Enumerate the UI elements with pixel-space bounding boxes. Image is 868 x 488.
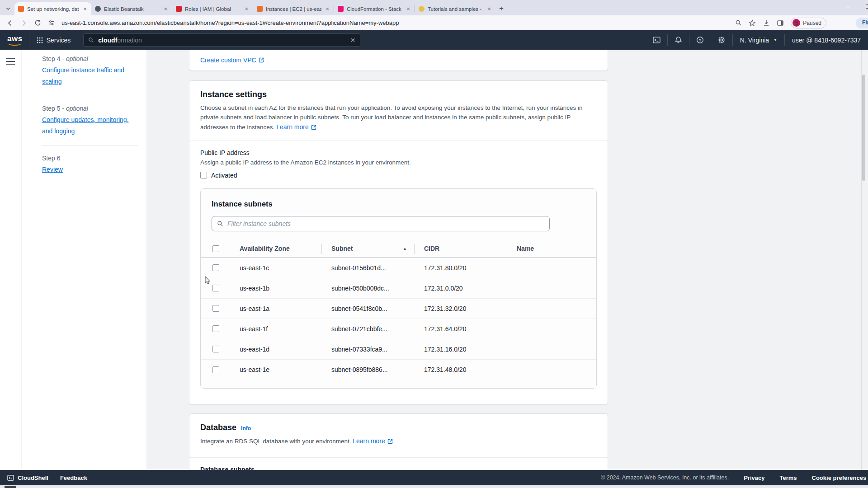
activated-checkbox[interactable] [200,172,207,178]
search-icon [217,221,223,227]
subnet-cell: subnet-0895fb886... [321,366,414,373]
table-row[interactable]: us-east-1esubnet-0895fb886...172.31.48.0… [201,360,596,380]
footer-link[interactable]: Cookie preferences [812,474,867,481]
subnet-cell: subnet-0156b01d... [321,264,414,272]
services-menu[interactable]: Services [29,37,78,44]
bottom-strip [0,485,868,488]
learn-more-link[interactable]: Learn more [353,436,393,446]
step-label: Step 6 [42,155,140,162]
browser-tab[interactable]: Tutorials and samples - AWS E× [415,2,495,15]
table-row[interactable]: us-east-1asubnet-0541f8c0b...172.31.32.0… [201,299,596,319]
tab-close-icon[interactable]: × [325,5,330,12]
table-row[interactable]: us-east-1dsubnet-07333fca9...172.31.16.0… [201,339,596,360]
window-maximize-button[interactable] [866,4,868,9]
table-row[interactable]: us-east-1fsubnet-0721cbbfe...172.31.64.0… [201,319,596,339]
download-icon[interactable] [763,19,770,27]
side-panel-icon[interactable] [777,19,784,27]
new-tab-button[interactable]: + [499,4,504,13]
sidebar-step-link[interactable]: Configure updates, monitoring, and loggi… [42,114,134,137]
column-header[interactable]: Name [507,240,596,258]
row-checkbox[interactable] [212,325,219,332]
svg-text:?: ? [699,38,702,42]
tab-close-icon[interactable]: × [82,5,88,12]
sort-ascending-icon[interactable]: ▲ [403,246,407,251]
database-info-link[interactable]: Info [241,425,251,432]
row-checkbox[interactable] [212,285,219,291]
learn-more-link[interactable]: Learn more [276,122,316,132]
row-checkbox[interactable] [212,366,219,373]
account-menu[interactable]: user @ 8418-6092-7337 [785,37,868,44]
region-label: N. Virginia [740,37,769,44]
docs-favicon-icon [419,6,425,12]
tab-close-icon[interactable]: × [244,5,249,12]
external-link-icon [311,125,316,130]
footer-link[interactable]: Privacy [744,474,764,481]
tab-close-icon[interactable]: × [486,5,492,12]
feedback-button[interactable]: Feedback [60,474,87,481]
filter-subnets-input[interactable]: Filter instance subnets [212,216,550,231]
help-icon[interactable]: ? [689,36,711,44]
az-cell: us-east-1a [230,305,321,312]
site-info-icon[interactable] [48,19,55,26]
row-checkbox[interactable] [212,305,219,312]
forward-icon[interactable] [20,19,28,27]
cloudshell-button[interactable]: CloudShell [7,474,48,481]
table-row[interactable]: us-east-1bsubnet-050b008dc...172.31.0.0/… [201,278,596,299]
aws-logo[interactable]: aws [7,34,23,46]
instance-settings-description: Choose a subnet in each AZ for the insta… [200,103,597,132]
browser-tab[interactable]: CloudFormation - Stack awseb× [334,2,415,15]
region-selector[interactable]: N. Virginia ▼ [733,37,784,44]
column-header[interactable]: Availability Zone [230,240,321,258]
column-header[interactable]: CIDR [414,240,507,258]
console-search-input[interactable]: cloudformation ✕ [83,33,360,47]
cloudshell-icon[interactable] [646,36,667,44]
browser-tab[interactable]: Elastic Beanstalk× [91,2,172,15]
sidebar-step-link[interactable]: Configure instance traffic and scaling [42,65,134,87]
cidr-cell: 172.31.16.0/20 [414,346,507,353]
external-link-icon [387,439,393,444]
tab-close-icon[interactable]: × [163,5,168,12]
subnet-cell: subnet-07333fca9... [321,346,414,353]
profile-avatar: S [793,19,800,27]
url-bar[interactable]: us-east-1.console.aws.amazon.com/elastic… [61,19,728,26]
tab-title: Set up networking, database, a [27,6,79,12]
page-content: Step 4 - optionalConfigure instance traf… [0,50,868,470]
window-minimize-button[interactable]: – [846,3,850,10]
zoom-page-icon[interactable] [735,19,742,26]
table-row[interactable]: us-east-1csubnet-0156b01d...172.31.80.0/… [201,258,596,278]
browser-profile-button[interactable]: S Paused [791,18,826,28]
reload-icon[interactable] [34,19,41,26]
row-checkbox-cell [201,339,230,359]
back-icon[interactable] [6,19,14,27]
browser-tab[interactable]: Roles | IAM | Global× [172,2,253,15]
tab-title: Instances | EC2 | us-east-1 [266,6,321,12]
search-clear-icon[interactable]: ✕ [350,37,356,44]
tab-search-chevron-icon[interactable] [5,6,11,11]
scrollbar-track[interactable] [861,50,862,470]
browser-tab[interactable]: Instances | EC2 | us-east-1× [253,2,334,15]
finish-update-button[interactable]: Finish [856,18,868,28]
create-custom-vpc-link[interactable]: Create custom VPC [200,56,264,64]
column-header[interactable]: Subnet▲ [321,240,414,258]
settings-gear-icon[interactable] [711,36,732,44]
hamburger-menu-icon[interactable] [6,58,15,66]
scrollbar-thumb[interactable] [862,75,865,181]
row-checkbox[interactable] [212,346,219,352]
select-all-checkbox[interactable] [212,245,219,252]
az-cell: us-east-1e [230,366,321,373]
database-title: Database [200,423,236,432]
public-ip-description: Assign a public IP address to the Amazon… [200,159,597,166]
bookmark-star-icon[interactable] [749,19,756,27]
notifications-bell-icon[interactable] [668,36,689,44]
iam-favicon-icon [176,6,182,12]
tab-close-icon[interactable]: × [406,5,411,12]
chevron-down-icon: ▼ [774,38,777,42]
step-divider [42,96,138,96]
browser-tab[interactable]: Set up networking, database, a× [14,2,91,15]
footer-link[interactable]: Terms [779,474,797,481]
services-grid-icon [37,37,43,43]
browser-toolbar: us-east-1.console.aws.amazon.com/elastic… [0,15,868,30]
row-checkbox[interactable] [212,264,219,271]
sidebar-step-link[interactable]: Review [42,164,134,175]
aws-console-header: aws Services cloudformation ✕ ? N. Virgi… [0,30,868,50]
